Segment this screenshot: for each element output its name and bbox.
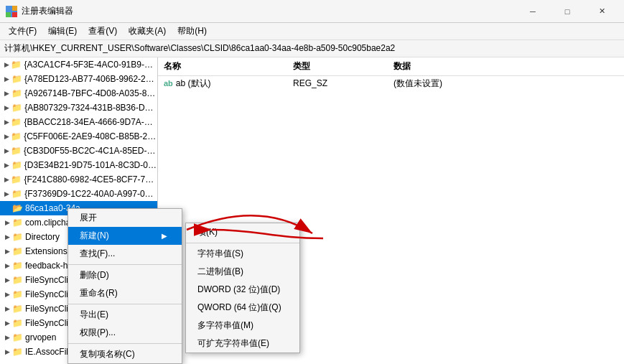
tree-item-c5ff006e[interactable]: ▶ 📁 {C5FF006E-2AE9-408C-B85B-2DFDI <box>0 129 157 144</box>
expand-arrow: ▶ <box>3 190 11 197</box>
context-menu: 展开 新建(N) ▶ 查找(F)... 删除(D) 重命名(R) 导出(E) 权… <box>67 208 182 364</box>
submenu-key[interactable]: 项(K) <box>186 223 299 241</box>
tree-label: {AB807329-7324-431B-8B36-DBD5 <box>24 103 157 113</box>
cell-data: (数值未设置) <box>388 78 624 90</box>
folder-icon: 📁 <box>11 131 22 141</box>
expand-arrow: ▶ <box>3 176 11 183</box>
window-title: 注册表编辑器 <box>22 5 73 17</box>
folder-icon: 📁 <box>11 160 22 170</box>
tree-label: Extensions <box>25 246 67 256</box>
address-bar: 计算机\HKEY_CURRENT_USER\Software\Classes\C… <box>0 40 624 57</box>
expand-arrow: ▶ <box>3 162 11 169</box>
cell-name: ab ab (默认) <box>158 78 287 90</box>
folder-icon: 📁 <box>11 246 23 256</box>
tree-label: {A78ED123-AB77-406B-9962-2A5D <box>24 74 157 84</box>
tree-label: {F37369D9-1C22-40A0-A997-0B4D <box>24 189 157 199</box>
tree-label: {A3CA1CF4-5F3E-4AC0-91B9-0D37 <box>24 60 158 70</box>
header-data: 数据 <box>388 59 624 74</box>
submenu-string[interactable]: 字符串值(S) <box>186 245 299 263</box>
submenu-dword[interactable]: DWORD (32 位)值(D) <box>186 281 299 299</box>
expand-arrow: ▶ <box>3 248 11 255</box>
submenu-binary[interactable]: 二进制值(B) <box>186 263 299 281</box>
ctx-new[interactable]: 新建(N) ▶ <box>68 227 182 245</box>
tree-label: {A926714B-7BFC-4D08-A035-8002 <box>24 88 157 98</box>
expand-arrow: ▶ <box>3 305 11 312</box>
tree-item-a926714b[interactable]: ▶ 📁 {A926714B-7BFC-4D08-A035-8002 <box>0 86 157 101</box>
ctx-copyname[interactable]: 复制项名称(C) <box>68 345 182 363</box>
svg-rect-3 <box>12 12 17 17</box>
folder-icon: 📁 <box>11 232 23 242</box>
svg-rect-1 <box>12 6 17 11</box>
svg-rect-2 <box>6 12 11 17</box>
menu-view[interactable]: 查看(V) <box>83 23 123 39</box>
expand-arrow: ▶ <box>3 219 11 226</box>
ctx-separator-1 <box>68 264 182 265</box>
ctx-permissions[interactable]: 权限(P)... <box>68 324 182 342</box>
ctx-rename[interactable]: 重命名(R) <box>68 284 182 302</box>
folder-icon: 📁 <box>11 146 22 156</box>
header-name: 名称 <box>158 59 287 74</box>
expand-arrow: ▶ <box>3 291 11 298</box>
folder-icon: 📁 <box>11 74 22 84</box>
app-icon <box>6 6 17 17</box>
tree-label: Directory <box>25 232 60 242</box>
tree-label: {CB3D0F55-BC2C-4C1A-85ED-23EE <box>24 146 157 156</box>
folder-icon: 📁 <box>11 347 23 357</box>
tree-item-ab807329[interactable]: ▶ 📁 {AB807329-7324-431B-8B36-DBD5 <box>0 101 157 115</box>
tree-label: {C5FF006E-2AE9-408C-B85B-2DFDI <box>24 131 157 141</box>
submenu-multistring[interactable]: 多字符串值(M) <box>186 317 299 335</box>
expand-arrow: ▶ <box>3 334 11 341</box>
tree-label: {D3E34B21-9D75-101A-8C3D-00A# <box>24 160 157 170</box>
expand-arrow: ▶ <box>3 118 11 126</box>
expand-arrow: ▶ <box>3 319 11 327</box>
cell-type: REG_SZ <box>287 78 388 88</box>
submenu: 项(K) 字符串值(S) 二进制值(B) DWORD (32 位)值(D) QW… <box>185 223 300 353</box>
menu-file[interactable]: 文件(F) <box>3 23 42 39</box>
menu-bar: 文件(F) 编辑(E) 查看(V) 收藏夹(A) 帮助(H) <box>0 23 624 40</box>
expand-arrow: ▶ <box>3 75 11 83</box>
ctx-delete[interactable]: 删除(D) <box>68 266 182 284</box>
expand-arrow: ▶ <box>3 90 11 97</box>
tree-item-cb3d0f55[interactable]: ▶ 📁 {CB3D0F55-BC2C-4C1A-85ED-23EE <box>0 144 157 158</box>
tree-item-bbacc218[interactable]: ▶ 📁 {BBACC218-34EA-4666-9D7A-C78F <box>0 115 157 129</box>
menu-edit[interactable]: 编辑(E) <box>42 23 83 39</box>
folder-icon: 📁 <box>11 275 23 285</box>
folder-icon: 📁 <box>11 189 23 199</box>
folder-icon: 📁 <box>11 289 23 299</box>
reg-value-icon: ab <box>164 79 173 88</box>
expand-arrow: ▶ <box>3 147 11 154</box>
svg-rect-0 <box>6 6 11 11</box>
folder-icon: 📁 <box>11 117 22 127</box>
submenu-expandstring[interactable]: 可扩充字符串值(E) <box>186 335 299 353</box>
ctx-separator-2 <box>68 304 182 304</box>
folder-icon: 📁 <box>11 304 23 314</box>
expand-arrow: ▶ <box>3 133 11 140</box>
minimize-button[interactable]: ─ <box>516 0 549 23</box>
folder-icon: 📁 <box>11 318 23 328</box>
header-type: 类型 <box>287 59 388 74</box>
close-button[interactable]: ✕ <box>585 0 618 23</box>
maximize-button[interactable]: □ <box>551 0 584 23</box>
ctx-new-label: 新建(N) <box>80 230 109 242</box>
expand-arrow: ▶ <box>3 276 11 284</box>
table-row[interactable]: ab ab (默认) REG_SZ (数值未设置) <box>158 76 624 90</box>
expand-arrow: ▶ <box>3 61 11 68</box>
expand-arrow: ▶ <box>3 104 11 111</box>
menu-help[interactable]: 帮助(H) <box>172 23 213 39</box>
ctx-expand[interactable]: 展开 <box>68 209 182 227</box>
ctx-export[interactable]: 导出(E) <box>68 306 182 324</box>
right-panel-header: 名称 类型 数据 <box>158 57 624 76</box>
ctx-find[interactable]: 查找(F)... <box>68 245 182 263</box>
tree-item-f37369d9[interactable]: ▶ 📁 {F37369D9-1C22-40A0-A997-0B4D <box>0 187 157 201</box>
tree-item-d3e34b21[interactable]: ▶ 📁 {D3E34B21-9D75-101A-8C3D-00A# <box>0 158 157 172</box>
expand-arrow: ▶ <box>3 233 11 241</box>
expand-arrow: ▶ <box>3 348 11 355</box>
menu-favorites[interactable]: 收藏夹(A) <box>123 23 172 39</box>
submenu-qword[interactable]: QWORD (64 位)值(Q) <box>186 299 299 317</box>
tree-item-f241c880[interactable]: ▶ 📁 {F241C880-6982-4CE5-8CF7-7085B <box>0 172 157 187</box>
title-bar: 注册表编辑器 ─ □ ✕ <box>0 0 624 23</box>
tree-item-a78ed123[interactable]: ▶ 📁 {A78ED123-AB77-406B-9962-2A5D <box>0 72 157 86</box>
submenu-separator-1 <box>186 243 299 243</box>
ctx-separator-3 <box>68 343 182 344</box>
tree-item-a3ca1cf4[interactable]: ▶ 📁 {A3CA1CF4-5F3E-4AC0-91B9-0D37 <box>0 57 157 72</box>
